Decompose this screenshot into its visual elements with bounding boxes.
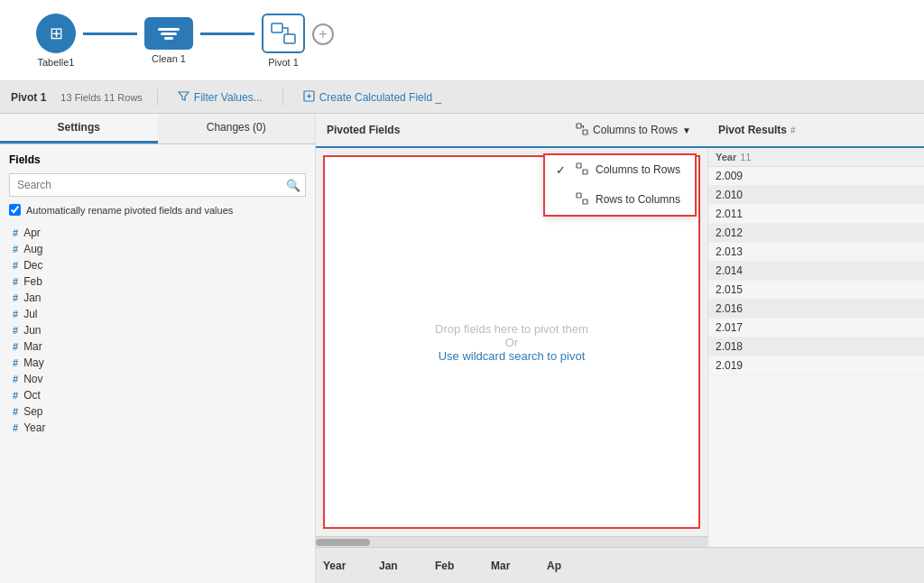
toolbar: Pivot 1 13 Fields 11 Rows Filter Values.…: [0, 81, 924, 114]
bottom-col: Feb: [435, 560, 480, 572]
field-name: Sep: [23, 405, 42, 418]
field-item[interactable]: #May: [9, 355, 306, 371]
field-item[interactable]: #Feb: [9, 273, 306, 290]
search-input[interactable]: [9, 173, 306, 197]
svg-rect-9: [583, 170, 587, 174]
field-list: #Apr#Aug#Dec#Feb#Jan#Jul#Jun#Mar#May#Nov…: [9, 225, 306, 436]
field-name: Jan: [23, 292, 41, 304]
create-calc-field-button[interactable]: Create Calculated Field _: [298, 88, 447, 106]
field-name: Year: [23, 421, 45, 434]
dropdown-item-cols-to-rows[interactable]: ✓ Columns to Rows: [545, 155, 695, 185]
clean-icon: [144, 17, 193, 50]
checkmark-icon: ✓: [556, 163, 568, 177]
pipeline-node-tabelle1[interactable]: ⊞ Tabelle1: [36, 14, 76, 68]
results-col-header: Year 11: [708, 148, 924, 167]
result-row: 2.017: [708, 319, 924, 338]
pivot-results-section: Year 11 2.0092.0102.0112.0122.0132.0142.…: [707, 148, 924, 547]
add-node-button[interactable]: +: [312, 23, 334, 45]
toolbar-info: 13 Fields 11 Rows: [60, 92, 143, 103]
field-name: May: [23, 356, 44, 369]
pipeline-node-pivot1[interactable]: Pivot 1: [262, 14, 305, 68]
horizontal-scrollbar[interactable]: [316, 536, 707, 547]
col-count: 11: [740, 152, 751, 162]
result-row: 2.012: [708, 224, 924, 243]
field-item[interactable]: #Jun: [9, 322, 306, 338]
field-hash-icon: #: [13, 390, 18, 401]
dropdown-icon-1: [576, 162, 588, 178]
field-item[interactable]: #Oct: [9, 387, 306, 403]
svg-rect-7: [583, 130, 587, 134]
scrollbar-thumb[interactable]: [316, 539, 370, 546]
drop-link[interactable]: Use wildcard search to pivot: [439, 349, 586, 363]
field-item[interactable]: #Dec: [9, 257, 306, 273]
field-hash-icon: #: [13, 341, 18, 352]
filter-values-button[interactable]: Filter Values...: [172, 88, 268, 106]
svg-rect-10: [577, 193, 581, 198]
result-row: 2.019: [708, 356, 924, 375]
svg-rect-2: [164, 37, 173, 40]
left-tabs: Settings Changes (0): [0, 114, 315, 144]
pipeline-line-1: [83, 32, 137, 35]
drop-text: Drop fields here to pivot them: [435, 322, 588, 336]
field-item[interactable]: #Apr: [9, 225, 306, 241]
field-item[interactable]: #Mar: [9, 338, 306, 355]
bottom-col: Ap: [547, 560, 592, 572]
svg-rect-0: [158, 28, 180, 31]
result-row: 2.016: [708, 300, 924, 319]
field-name: Aug: [23, 243, 42, 255]
bottom-table-area: YearJanFebMarAp: [316, 547, 924, 583]
field-name: Oct: [23, 389, 41, 402]
auto-rename-checkbox[interactable]: [9, 204, 21, 216]
field-hash-icon: #: [13, 374, 18, 384]
field-name: Mar: [23, 340, 42, 353]
field-item[interactable]: #Jan: [9, 290, 306, 306]
col-name: Year: [716, 152, 736, 162]
field-item[interactable]: #Year: [9, 420, 306, 436]
toolbar-sep-2: [282, 89, 283, 106]
main-layout: Settings Changes (0) Fields 🔍 Automatica…: [0, 114, 924, 583]
field-item[interactable]: #Aug: [9, 241, 306, 257]
field-hash-icon: #: [13, 227, 18, 238]
result-row: 2.015: [708, 281, 924, 300]
bottom-col: Jan: [379, 560, 424, 572]
results-rows: 2.0092.0102.0112.0122.0132.0142.0152.016…: [708, 167, 924, 547]
columns-to-rows-button[interactable]: Columns to Rows ▼ ✓: [570, 121, 697, 140]
pipeline-bar: ⊞ Tabelle1 Clean 1 Pivot 1 +: [0, 0, 924, 81]
field-hash-icon: #: [13, 357, 18, 368]
result-row: 2.010: [708, 186, 924, 205]
svg-rect-11: [583, 199, 587, 204]
svg-rect-6: [577, 124, 581, 128]
drop-or: Or: [505, 336, 518, 349]
svg-rect-4: [284, 34, 295, 43]
svg-rect-1: [161, 32, 177, 35]
tabelle1-label: Tabelle1: [38, 57, 75, 68]
field-item[interactable]: #Jul: [9, 306, 306, 322]
pivot-type-dropdown: ✓ Columns to Rows: [543, 153, 697, 217]
field-name: Jun: [23, 324, 41, 337]
svg-rect-8: [577, 163, 581, 168]
dropdown-label-rows-to-cols: Rows to Columns: [596, 193, 680, 206]
right-area: Pivoted Fields Columns to Rows ▼: [316, 114, 924, 583]
field-item[interactable]: #Sep: [9, 403, 306, 420]
pipeline-line-2: [200, 32, 254, 35]
pivoted-fields-header: Pivoted Fields Columns to Rows ▼: [316, 114, 707, 146]
dropdown-item-rows-to-cols[interactable]: Rows to Columns: [545, 185, 695, 215]
pipeline-node-clean1[interactable]: Clean 1: [144, 17, 193, 64]
pivoted-fields-title: Pivoted Fields: [327, 124, 400, 136]
table-icon: ⊞: [36, 14, 76, 53]
field-name: Jul: [23, 308, 37, 320]
result-row: 2.011: [708, 205, 924, 224]
field-hash-icon: #: [13, 260, 18, 271]
svg-rect-3: [272, 23, 282, 32]
calc-field-icon: [303, 90, 315, 105]
search-wrap: 🔍: [9, 173, 306, 197]
left-panel-content: Fields 🔍 Automatically rename pivoted fi…: [0, 144, 315, 583]
tab-settings[interactable]: Settings: [0, 114, 158, 143]
dropdown-arrow-icon: ▼: [682, 125, 691, 135]
left-panel: Settings Changes (0) Fields 🔍 Automatica…: [0, 114, 316, 583]
result-row: 2.018: [708, 338, 924, 356]
tab-changes[interactable]: Changes (0): [158, 114, 316, 143]
field-hash-icon: #: [13, 244, 18, 254]
auto-rename-label: Automatically rename pivoted fields and …: [26, 205, 233, 216]
field-item[interactable]: #Nov: [9, 371, 306, 387]
